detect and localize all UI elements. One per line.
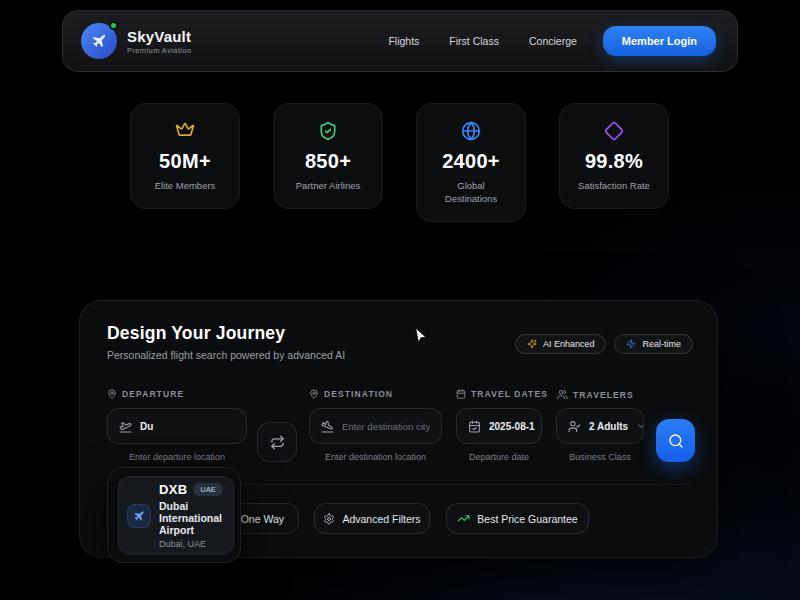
gear-icon [323,513,335,525]
stat-label: Satisfaction Rate [568,180,660,193]
country-badge: UAE [193,483,222,496]
users-icon [557,389,568,400]
member-login-button[interactable]: Member Login [603,26,716,56]
label-text: TRAVELERS [573,390,634,400]
stat-value: 850+ [282,150,374,173]
destination-input[interactable] [342,421,430,432]
stat-value: 2400+ [425,150,517,173]
feature-badges: AI Enhanced Real-time [515,334,693,354]
crown-icon [139,121,231,141]
badge-label: AI Enhanced [543,339,595,349]
stats-row: 50M+ Elite Members 850+ Partner Airlines… [130,103,669,222]
airport-name: Dubai International Airport [159,500,223,536]
stat-card-satisfaction-rate: 99.8% Satisfaction Rate [559,103,669,209]
nav-link-concierge[interactable]: Concierge [529,35,577,47]
stat-label: Elite Members [139,180,231,193]
travel-dates-field[interactable]: 2025-08-1 [456,408,542,444]
airport-suggestion-dxb[interactable]: DXB UAE Dubai International Airport Duba… [118,476,234,555]
departure-helper: Enter departure location [107,452,247,462]
airport-code: DXB [159,482,187,497]
calendar-icon [456,389,466,399]
chevron-down-icon [636,421,644,431]
swap-locations-button[interactable] [257,422,297,462]
travelers-helper: Business Class [556,452,644,462]
nav-link-flights[interactable]: Flights [388,35,419,47]
swap-icon [270,435,285,450]
brand-tagline: Premium Aviation [127,46,192,55]
globe-icon [425,121,517,141]
departure-field[interactable] [107,408,247,444]
destination-field[interactable] [309,408,442,444]
badge-label: Real-time [642,339,681,349]
destination-helper: Enter destination location [309,452,442,462]
shield-check-icon [282,121,374,141]
sparkles-icon [527,339,537,349]
plane-landing-icon [321,420,334,433]
nav-links: Flights First Class Concierge [388,35,576,47]
stat-label: Partner Airlines [282,180,374,193]
calendar-icon [468,420,481,433]
label-text: TRAVEL DATES [471,389,548,399]
stat-card-global-destinations: 2400+ Global Destinations [416,103,526,222]
brand-name: SkyVault [127,28,192,45]
travel-dates-label: TRAVEL DATES [456,389,548,399]
page-title: Design Your Journey [107,323,285,344]
map-pin-icon [107,389,117,399]
stat-card-partner-airlines: 850+ Partner Airlines [273,103,383,209]
top-navbar: SkyVault Premium Aviation Flights First … [62,10,738,72]
user-check-icon [568,420,581,433]
option-label: Advanced Filters [342,513,420,525]
stat-label: Global Destinations [439,180,503,206]
airport-info: DXB UAE Dubai International Airport Duba… [159,482,223,549]
trending-up-icon [457,512,470,525]
diamond-icon [568,121,660,141]
nav-link-first-class[interactable]: First Class [449,35,499,47]
lightning-icon [626,339,636,349]
departure-label: DEPARTURE [107,389,184,399]
brand-logo[interactable] [81,23,117,59]
stat-value: 50M+ [139,150,231,173]
search-icon [668,433,684,449]
stat-card-elite-members: 50M+ Elite Members [130,103,240,209]
travelers-value: 2 Adults [589,421,628,432]
date-value: 2025-08-1 [489,421,535,432]
best-price-guarantee-button[interactable]: Best Price Guarantee [446,503,589,534]
option-label: One Way [241,513,284,525]
plane-takeoff-icon [119,420,132,433]
destination-label: DESTINATION [309,389,393,399]
travel-dates-helper: Departure date [456,452,542,462]
airport-suggestions-dropdown: DXB UAE Dubai International Airport Duba… [107,467,241,563]
map-pin-icon [309,389,319,399]
real-time-badge: Real-time [614,334,693,354]
brand-text: SkyVault Premium Aviation [127,28,192,55]
option-label: Best Price Guarantee [477,513,577,525]
plane-icon [127,504,151,528]
travelers-field[interactable]: 2 Adults [556,408,644,444]
travelers-label: TRAVELERS [557,389,634,400]
label-text: DEPARTURE [122,389,184,399]
status-dot [109,21,118,30]
ai-enhanced-badge: AI Enhanced [515,334,607,354]
advanced-filters-button[interactable]: Advanced Filters [314,503,430,534]
search-flights-button[interactable] [656,419,695,462]
departure-input[interactable] [140,421,235,432]
stat-value: 99.8% [568,150,660,173]
page-subtitle: Personalized flight search powered by ad… [107,349,345,361]
airport-location: Dubai, UAE [159,539,223,549]
label-text: DESTINATION [324,389,393,399]
